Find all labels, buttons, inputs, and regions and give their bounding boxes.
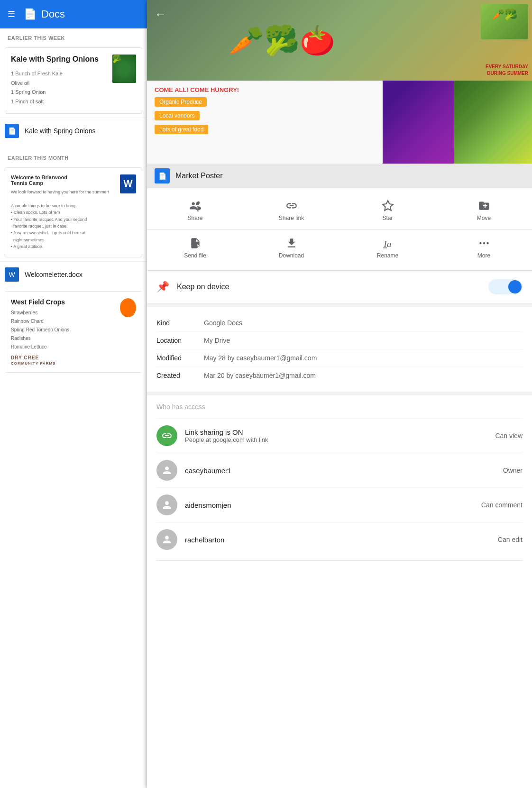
share-link-label: Share link <box>279 215 304 221</box>
actions-row-2: Send file Download Ia Rename More <box>147 229 532 271</box>
westfield-title: West Field Crops <box>11 298 136 306</box>
share-icon <box>189 200 202 212</box>
section-label-month: EARLIER THIS MONTH <box>0 148 147 164</box>
share-label: Share <box>187 215 202 221</box>
svg-text:Ia: Ia <box>383 239 391 249</box>
link-avatar <box>156 425 177 446</box>
link-sharing-info: Link sharing is ON People at google.com … <box>185 428 487 443</box>
saturday-text: EVERY SATURDAY DURING SUMMER <box>486 64 528 77</box>
welcome-w-icon: W <box>120 174 136 193</box>
share-button[interactable]: Share <box>147 196 243 225</box>
rename-label: Rename <box>377 252 398 259</box>
overlay-panel: 🥕🥦🍅 ← 🥕🥦 EVERY SATURDAY DURING SUMMER CO… <box>147 0 532 788</box>
ingredient-4: 1 Pinch of salt <box>11 97 136 107</box>
access-row-link[interactable]: Link sharing is ON People at google.com … <box>156 418 523 453</box>
welcome-title: Welcome to BriarwoodTennis Camp <box>11 174 136 186</box>
move-icon <box>478 200 490 212</box>
doc-name-text: Market Poster <box>175 172 223 180</box>
keep-device-toggle[interactable]: ON <box>488 279 523 294</box>
toggle-knob <box>508 280 522 293</box>
casey-info: caseybaumer1 <box>185 467 495 475</box>
svg-point-0 <box>197 202 199 204</box>
send-file-icon <box>189 237 202 249</box>
info-modified-row: Modified May 28 by caseybaumer1@gmail.co… <box>156 349 523 367</box>
share-link-button[interactable]: Share link <box>243 196 339 225</box>
content-image-green <box>454 81 532 164</box>
link-icon <box>285 200 298 212</box>
doc-name-icon: 📄 <box>155 168 170 183</box>
doc-card-westfield[interactable]: West Field Crops StrawberriesRainbow Cha… <box>5 291 142 373</box>
thumb-icon: 🥕🥦 <box>481 4 528 26</box>
access-row-aiden[interactable]: aidensmomjen Can comment <box>156 487 523 522</box>
modified-val: May 28 by caseybaumer1@gmail.com <box>204 354 317 362</box>
move-button[interactable]: Move <box>436 196 532 225</box>
info-created-row: Created Mar 20 by caseybaumer1@gmail.com <box>156 367 523 384</box>
doc-list-welcome[interactable]: W Welcomeletter.docx <box>0 261 147 287</box>
access-row-casey[interactable]: caseybaumer1 Owner <box>156 453 523 487</box>
hamburger-icon[interactable]: ☰ <box>8 9 15 19</box>
send-file-button[interactable]: Send file <box>147 233 243 263</box>
modified-key: Modified <box>156 354 204 362</box>
welcome-body: We look forward to having you here for t… <box>11 189 136 250</box>
aiden-avatar <box>156 495 177 515</box>
svg-point-4 <box>479 242 481 244</box>
casey-role: Owner <box>503 467 523 474</box>
doc-list-kale[interactable]: 📄 Kale with Spring Onions <box>0 118 147 144</box>
star-icon <box>382 200 394 212</box>
westfield-thumb <box>120 298 136 317</box>
keep-device-row: 📌 Keep on device ON <box>147 271 532 307</box>
section-label-week: EARLIER THIS WEEK <box>0 28 147 44</box>
rachel-info: rachelbarton <box>185 536 490 544</box>
access-section: Who has access Link sharing is ON People… <box>147 395 532 568</box>
created-val: Mar 20 by caseybaumer1@gmail.com <box>204 372 316 379</box>
rachel-avatar <box>156 529 177 550</box>
doc-card-welcome[interactable]: W Welcome to BriarwoodTennis Camp We loo… <box>5 167 142 257</box>
word-icon: W <box>5 267 19 282</box>
actions-row-1: Share Share link Star Move <box>147 188 532 229</box>
rename-button[interactable]: Ia Rename <box>339 233 436 263</box>
doc-preview-header: 🥕🥦🍅 ← 🥕🥦 EVERY SATURDAY DURING SUMMER <box>147 0 532 81</box>
rename-icon: Ia <box>382 237 394 249</box>
doc-content-area: COME ALL! COME HUNGRY! Organic Produce L… <box>147 81 532 164</box>
pin-icon: 📌 <box>156 281 169 293</box>
westfield-footer: DRY CREECOMMUNITY FARMS <box>11 355 136 366</box>
location-val: My Drive <box>204 337 230 344</box>
download-label: Download <box>279 252 304 259</box>
doc-name-row: 📄 Market Poster <box>147 164 532 188</box>
tag-vendors: Local vendors <box>155 111 200 120</box>
kind-val: Google Docs <box>204 319 242 327</box>
casey-name: caseybaumer1 <box>185 467 495 475</box>
docs-title: Docs <box>41 8 65 20</box>
month-section: EARLIER THIS MONTH W Welcome to Briarwoo… <box>0 148 147 373</box>
aiden-info: aidensmomjen <box>185 501 474 509</box>
download-button[interactable]: Download <box>243 233 339 263</box>
more-label: More <box>477 252 490 259</box>
star-label: Star <box>382 215 393 221</box>
svg-point-5 <box>483 242 485 244</box>
kale-thumbnail: 🥦 <box>112 55 136 83</box>
access-title: Who has access <box>156 403 523 411</box>
westfield-body: StrawberriesRainbow ChardSpring Red Torp… <box>11 309 136 351</box>
bottom-divider <box>156 560 523 561</box>
send-file-label: Send file <box>184 252 206 259</box>
doc-list-label: Kale with Spring Onions <box>25 127 95 135</box>
rachel-name: rachelbarton <box>185 536 490 544</box>
move-label: Move <box>477 215 491 221</box>
preview-background: 🥕🥦🍅 <box>147 0 532 81</box>
tag-food: Lots of great food <box>155 125 208 134</box>
doc-card-kale[interactable]: 🥦 Kale with Spring Onions 1 Bunch of Fre… <box>5 47 142 114</box>
back-button[interactable]: ← <box>155 8 166 21</box>
content-images <box>383 81 532 164</box>
download-icon <box>285 237 298 249</box>
access-row-rachel[interactable]: rachelbarton Can edit <box>156 522 523 557</box>
casey-avatar <box>156 460 177 481</box>
link-sharing-role: Can view <box>495 432 523 440</box>
content-image-purple <box>383 81 454 164</box>
more-button[interactable]: More <box>436 233 532 263</box>
tag-organic: Organic Produce <box>155 97 207 107</box>
ingredient-3: 1 Spring Onion <box>11 88 136 97</box>
star-button[interactable]: Star <box>339 196 436 225</box>
kind-key: Kind <box>156 319 204 327</box>
docs-sidebar: ☰ 📄 Docs EARLIER THIS WEEK 🥦 Kale with S… <box>0 0 147 788</box>
location-key: Location <box>156 337 204 344</box>
